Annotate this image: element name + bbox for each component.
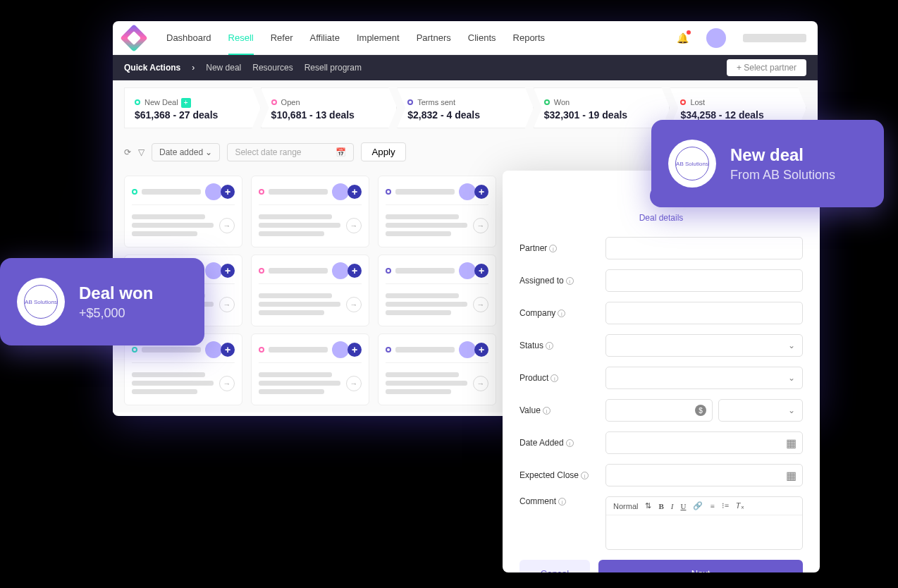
underline-icon[interactable]: U: [680, 502, 686, 510]
avatar-icon: [332, 262, 349, 279]
unordered-list-icon[interactable]: ⁝≡: [722, 501, 729, 510]
arrow-right-icon[interactable]: →: [219, 218, 235, 233]
bold-icon[interactable]: B: [658, 502, 663, 510]
info-icon[interactable]: i: [566, 277, 574, 285]
deal-card[interactable]: +→: [251, 255, 369, 326]
stage-open[interactable]: Open $10,681 - 13 deals: [261, 87, 398, 128]
avatar-icon: [332, 183, 349, 200]
board-col-terms: +→ +→ +→: [378, 176, 496, 405]
refresh-icon[interactable]: ⟳: [124, 147, 131, 157]
info-icon[interactable]: i: [566, 439, 574, 447]
add-member-icon[interactable]: +: [474, 185, 488, 199]
callout-source: From AB Solutions: [730, 168, 835, 183]
info-icon[interactable]: i: [546, 342, 553, 350]
calendar-icon: ▦: [786, 436, 796, 450]
stage-new-deal[interactable]: New Deal+ $61,368 - 27 deals: [124, 87, 261, 128]
callout-new-deal: AB Solutions New deal From AB Solutions: [651, 120, 884, 207]
chevron-right-icon: ›: [192, 63, 195, 73]
nav-dashboard[interactable]: Dashboard: [166, 32, 211, 43]
app-logo: [120, 24, 148, 52]
arrow-right-icon[interactable]: →: [219, 297, 235, 312]
add-member-icon[interactable]: +: [347, 185, 362, 199]
nav-clients[interactable]: Clients: [468, 32, 496, 43]
info-icon[interactable]: i: [551, 374, 558, 382]
date-added-field[interactable]: ▦: [605, 431, 803, 454]
nav-affiliate[interactable]: Affiliate: [310, 32, 340, 43]
select-partner-button[interactable]: + Select partner: [727, 59, 806, 76]
info-icon[interactable]: i: [543, 407, 551, 415]
apply-button[interactable]: Apply: [361, 142, 405, 161]
calendar-icon: 📅: [336, 147, 346, 157]
user-avatar[interactable]: [706, 28, 726, 48]
add-member-icon[interactable]: +: [474, 343, 488, 357]
deal-card[interactable]: +→: [124, 176, 242, 247]
status-dot-icon: [132, 347, 137, 353]
info-icon[interactable]: i: [558, 498, 566, 506]
deal-card[interactable]: +→: [251, 176, 369, 247]
nav-resell[interactable]: Resell: [228, 32, 254, 55]
arrow-right-icon[interactable]: →: [473, 376, 488, 391]
company-field[interactable]: [605, 302, 803, 324]
assigned-field[interactable]: [605, 269, 803, 292]
value-field[interactable]: $: [605, 399, 713, 422]
info-icon[interactable]: i: [558, 310, 565, 317]
filter-icon[interactable]: ▽: [138, 147, 144, 157]
add-member-icon[interactable]: +: [221, 264, 235, 278]
arrow-right-icon[interactable]: →: [219, 376, 235, 391]
avatar-icon: [205, 341, 222, 358]
quick-actions-bar: Quick Actions › New deal Resources Resel…: [113, 55, 818, 80]
notifications-icon[interactable]: [677, 32, 689, 44]
label-company: Companyi: [519, 308, 597, 318]
add-member-icon[interactable]: +: [221, 185, 235, 199]
arrow-right-icon[interactable]: →: [473, 297, 488, 312]
italic-icon[interactable]: I: [671, 502, 674, 510]
deal-card[interactable]: +→: [378, 333, 496, 405]
status-dot-icon: [132, 189, 137, 195]
expected-close-field[interactable]: ▦: [605, 464, 803, 486]
deal-card[interactable]: +→: [378, 255, 496, 326]
nav-implement[interactable]: Implement: [357, 32, 400, 43]
nav-refer[interactable]: Refer: [271, 32, 293, 43]
comment-textarea[interactable]: [606, 515, 802, 549]
qa-new-deal[interactable]: New deal: [206, 63, 241, 73]
arrow-right-icon[interactable]: →: [346, 297, 362, 312]
cancel-button[interactable]: Cancel: [519, 560, 590, 572]
stage-terms-sent[interactable]: Terms sent $2,832 - 4 deals: [397, 87, 534, 128]
product-select[interactable]: ⌄: [605, 367, 803, 389]
quick-actions-label: Quick Actions: [124, 63, 180, 73]
sort-select[interactable]: Date added ⌄: [152, 143, 220, 161]
info-icon[interactable]: i: [549, 245, 557, 252]
step-label: Deal details: [519, 213, 803, 223]
comment-editor[interactable]: Normal⇅ B I U 🔗 ≡ ⁝≡ Tₓ: [605, 496, 803, 550]
nav-reports[interactable]: Reports: [513, 32, 546, 43]
add-member-icon[interactable]: +: [474, 264, 488, 278]
next-button[interactable]: Next: [598, 560, 803, 572]
label-product: Producti: [519, 373, 597, 383]
info-icon[interactable]: i: [581, 472, 589, 479]
stage-won[interactable]: Won $32,301 - 19 deals: [534, 87, 670, 128]
deal-card[interactable]: +→: [378, 176, 496, 247]
qa-resources[interactable]: Resources: [252, 63, 293, 73]
link-icon[interactable]: 🔗: [693, 501, 703, 510]
ordered-list-icon[interactable]: ≡: [710, 502, 714, 510]
status-dot-icon: [259, 189, 264, 195]
add-member-icon[interactable]: +: [221, 343, 235, 357]
add-member-icon[interactable]: +: [347, 264, 362, 278]
arrow-right-icon[interactable]: →: [473, 218, 488, 233]
qa-resell-program[interactable]: Resell program: [305, 63, 362, 73]
nav-partners[interactable]: Partners: [417, 32, 451, 43]
status-dot-icon: [259, 268, 264, 274]
currency-select[interactable]: ⌄: [718, 399, 803, 422]
add-member-icon[interactable]: +: [347, 343, 362, 357]
status-select[interactable]: ⌄: [605, 334, 803, 357]
avatar-icon: [459, 341, 476, 358]
arrow-right-icon[interactable]: →: [346, 218, 362, 233]
date-range-input[interactable]: Select date range📅: [227, 143, 354, 161]
avatar-icon: [332, 341, 349, 358]
format-select[interactable]: Normal: [613, 502, 638, 510]
clear-format-icon[interactable]: Tₓ: [736, 501, 744, 510]
partner-badge: AB Solutions: [668, 140, 716, 188]
deal-card[interactable]: +→: [251, 333, 369, 405]
partner-field[interactable]: [605, 237, 803, 259]
arrow-right-icon[interactable]: →: [346, 376, 362, 391]
